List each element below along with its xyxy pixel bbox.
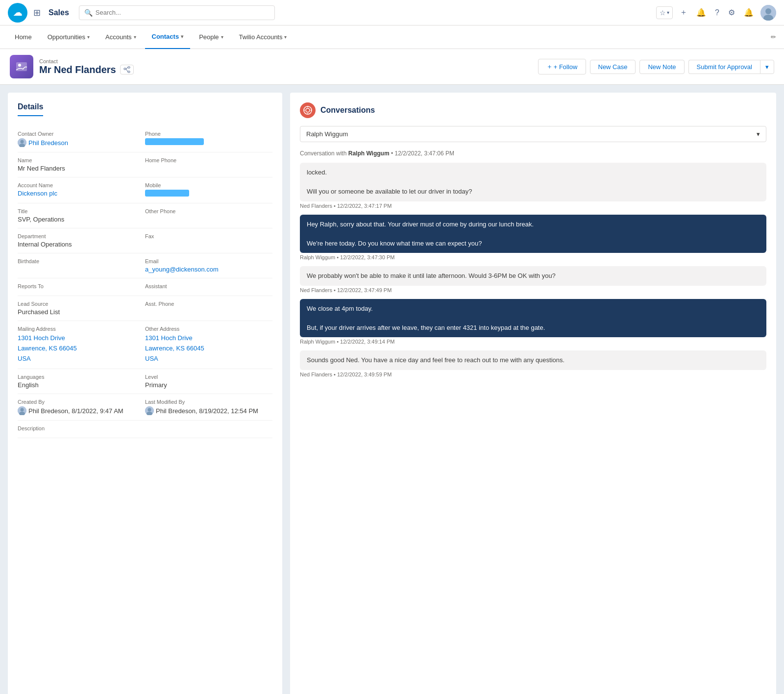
- message-container: locked.Will you or someone be available …: [300, 163, 766, 377]
- conv-subtitle: Conversation with Ralph Wiggum • 12/2/20…: [300, 150, 766, 157]
- record-header-left: Contact Mr Ned Flanders: [10, 55, 134, 78]
- msg-meta: Ned Flanders • 12/2/2022, 3:47:17 PM: [300, 203, 766, 209]
- new-note-button[interactable]: New Note: [639, 60, 684, 74]
- new-case-button[interactable]: New Case: [590, 60, 636, 74]
- field-birthdate: Birthdate ✎: [18, 253, 145, 278]
- search-input[interactable]: [96, 9, 270, 16]
- field-home-phone: Home Phone ✎: [145, 152, 272, 177]
- modified-by-link[interactable]: Phil Bredeson, 8/19/2022, 12:54 PM: [145, 406, 269, 415]
- dropdown-chevron: ▾: [757, 130, 760, 138]
- field-description: Description ✎: [18, 421, 272, 438]
- field-created-by: Created By Phil Bredeson, 8/1/2022, 9:47…: [18, 394, 145, 421]
- salesforce-logo[interactable]: ☁: [8, 3, 27, 23]
- field-title: Title SVP, Operations ✎: [18, 203, 145, 228]
- help-icon[interactable]: ?: [713, 6, 721, 19]
- field-contact-owner: Contact Owner Phil Bredeson ✎: [18, 126, 145, 152]
- nav-accounts[interactable]: Accounts ▾: [98, 25, 143, 49]
- field-email: Email a_young@dickenson.com ✎: [145, 253, 272, 278]
- nav-contacts-label: Contacts: [152, 33, 179, 40]
- field-languages: Languages English ✎: [18, 369, 145, 394]
- conv-contact-dropdown[interactable]: Ralph Wiggum ▾: [300, 126, 766, 142]
- message-bubble: We close at 4pm today.But, if your drive…: [300, 299, 766, 338]
- follow-button[interactable]: ＋ + Follow: [538, 59, 586, 74]
- owner-avatar: [18, 138, 26, 147]
- accounts-chevron: ▾: [134, 34, 136, 40]
- msg-meta: Ralph Wiggum • 12/2/2022, 3:49:14 PM: [300, 339, 766, 345]
- message-bubble: locked.Will you or someone be available …: [300, 163, 766, 201]
- star-icon: ☆: [660, 9, 666, 17]
- field-fax: Fax ✎: [145, 228, 272, 253]
- msg-group-1: locked.Will you or someone be available …: [300, 163, 766, 209]
- nav-opportunities-label: Opportunities: [48, 33, 85, 41]
- svg-point-19: [148, 408, 151, 412]
- user-avatar[interactable]: [760, 5, 776, 21]
- svg-point-22: [306, 108, 310, 112]
- svg-point-16: [21, 408, 24, 412]
- conv-header: Conversations: [300, 102, 766, 118]
- svg-line-11: [126, 69, 128, 72]
- nav-home-label: Home: [15, 33, 32, 41]
- follow-icon: ＋: [546, 62, 553, 71]
- modifier-avatar: [145, 406, 154, 415]
- mobile-value-bar: [145, 190, 189, 197]
- details-panel: Details Contact Owner Phil Bredeson ✎ Ph…: [8, 93, 282, 694]
- nav-actions: ☆ ▾ ＋ 🔔 ? ⚙ 🔔: [656, 5, 776, 21]
- field-lead-source: Lead Source Purchased List ✎: [18, 296, 145, 321]
- field-mailing-address: Mailing Address 1301 Hoch DriveLawrence,…: [18, 321, 145, 369]
- msg-meta: Ned Flanders • 12/2/2022, 3:47:49 PM: [300, 287, 766, 293]
- opportunities-chevron: ▾: [87, 34, 90, 40]
- creator-avatar: [18, 406, 26, 415]
- created-by-link[interactable]: Phil Bredeson, 8/1/2022, 9:47 AM: [18, 406, 141, 415]
- favorite-button[interactable]: ☆ ▾: [656, 6, 673, 19]
- nav-people[interactable]: People ▾: [192, 25, 230, 49]
- app-name: Sales: [49, 8, 69, 17]
- app-nav: Home Opportunities ▾ Accounts ▾ Contacts…: [0, 25, 784, 49]
- field-level: Level Primary ✎: [145, 369, 272, 394]
- nav-edit-icon[interactable]: ✏: [771, 33, 776, 41]
- svg-line-10: [126, 68, 128, 69]
- svg-point-3: [765, 8, 771, 14]
- submit-approval-button[interactable]: Submit for Approval: [688, 60, 760, 74]
- field-reports-to: Reports To ✎: [18, 278, 145, 296]
- search-bar: 🔍: [79, 5, 275, 20]
- fields-grid: Contact Owner Phil Bredeson ✎ Phone ✎ Na…: [18, 126, 272, 438]
- msg-group-2: Hey Ralph, sorry about that. Your driver…: [300, 215, 766, 261]
- account-name-link[interactable]: Dickenson plc: [18, 190, 141, 197]
- field-account-name: Account Name Dickenson plc ✎: [18, 177, 145, 203]
- nav-home[interactable]: Home: [8, 25, 39, 49]
- settings-icon[interactable]: ⚙: [726, 6, 737, 19]
- submit-dropdown-button[interactable]: ▾: [760, 60, 774, 74]
- message-bubble: We probably won't be able to make it unt…: [300, 266, 766, 286]
- svg-rect-7: [124, 68, 126, 70]
- nav-contacts[interactable]: Contacts ▾: [145, 25, 191, 49]
- mailing-address-link[interactable]: 1301 Hoch DriveLawrence, KS 66045USA: [18, 333, 141, 364]
- add-button[interactable]: ＋: [678, 5, 689, 20]
- message-bubble: Hey Ralph, sorry about that. Your driver…: [300, 215, 766, 253]
- svg-rect-9: [128, 71, 130, 73]
- email-link[interactable]: a_young@dickenson.com: [145, 266, 269, 273]
- conversations-panel: Conversations Ralph Wiggum ▾ Conversatio…: [290, 93, 776, 694]
- notification-icon[interactable]: 🔔: [742, 6, 756, 19]
- msg-group-4: We close at 4pm today.But, if your drive…: [300, 299, 766, 345]
- field-assistant: Assistant ✎: [145, 278, 272, 296]
- field-other-phone: Other Phone ✎: [145, 203, 272, 228]
- record-header: Contact Mr Ned Flanders ＋ + Follow New C…: [0, 49, 784, 85]
- setup-icon[interactable]: 🔔: [694, 6, 708, 19]
- svg-rect-8: [128, 67, 130, 68]
- field-other-address: Other Address 1301 Hoch DriveLawrence, K…: [145, 321, 272, 369]
- contacts-chevron: ▾: [181, 34, 183, 39]
- nav-opportunities[interactable]: Opportunities ▾: [41, 25, 97, 49]
- nav-twilio-label: Twilio Accounts: [239, 33, 283, 41]
- nav-twilio[interactable]: Twilio Accounts ▾: [232, 25, 294, 49]
- contact-owner-link[interactable]: Phil Bredeson: [18, 138, 141, 147]
- field-last-modified-by: Last Modified By Phil Bredeson, 8/19/202…: [145, 394, 272, 421]
- record-actions: ＋ + Follow New Case New Note Submit for …: [538, 59, 774, 74]
- msg-meta: Ralph Wiggum • 12/2/2022, 3:47:30 PM: [300, 254, 766, 260]
- other-address-link[interactable]: 1301 Hoch DriveLawrence, KS 66045USA: [145, 333, 269, 364]
- msg-group-3: We probably won't be able to make it unt…: [300, 266, 766, 293]
- svg-point-13: [21, 140, 24, 144]
- twilio-chevron: ▾: [284, 34, 287, 40]
- grid-icon[interactable]: ⊞: [33, 7, 41, 18]
- record-title-area: Contact Mr Ned Flanders: [39, 58, 134, 75]
- hierarchy-button[interactable]: [120, 65, 134, 74]
